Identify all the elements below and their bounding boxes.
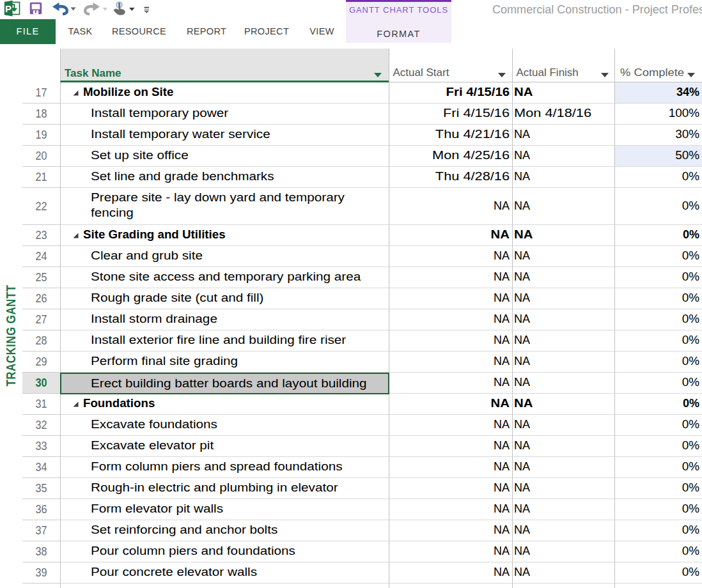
svg-text:P: P <box>5 3 12 14</box>
